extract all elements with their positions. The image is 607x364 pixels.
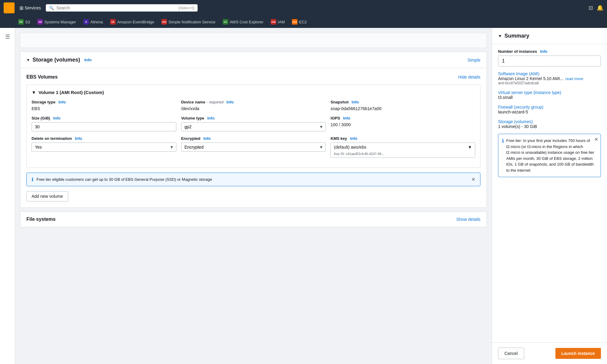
volume-type-select[interactable]: gp2 gp3 io1 io2 st1 sc1 (181, 122, 326, 131)
add-new-volume-button[interactable]: Add new volume (26, 191, 68, 201)
free-tier-info-icon: ℹ (502, 138, 504, 144)
num-instances-info-link[interactable]: Info (540, 49, 548, 54)
add-volume-label: Add new volume (32, 194, 63, 199)
free-tier-banner: ✕ ℹ Free tier: In your first year includ… (498, 134, 601, 177)
volume-type-info-link[interactable]: Info (207, 116, 215, 120)
ec2-tab-label: EC2 (299, 20, 307, 24)
num-instances-label: Number of instances Info (498, 49, 601, 54)
storage-title-text: Storage (volumes) (32, 57, 80, 63)
storage-info-link[interactable]: Info (84, 58, 92, 62)
storage-type-label: Storage type Info (32, 100, 176, 104)
num-instances-input[interactable] (498, 56, 601, 66)
storage-section-title: ▼ Storage (volumes) Info (26, 57, 92, 63)
hamburger-icon[interactable]: ☰ (3, 31, 12, 42)
ami-value: Amazon Linux 2 Kernel 5.10 AMI...read mo… (498, 76, 601, 81)
sidebar-item-iam[interactable]: IAM IAM (268, 18, 288, 26)
snapshot-info-link[interactable]: Info (352, 100, 359, 104)
volume-1-header: ▼ Volume 1 (AMI Root) (Custom) (32, 90, 475, 95)
search-icon: 🔍 (49, 5, 54, 10)
volume-form-row-3: Delete on termination Info Yes No ▼ (32, 136, 475, 158)
simple-link[interactable]: Simple (467, 58, 480, 62)
launch-instance-button[interactable]: Launch instance (555, 348, 601, 359)
sidebar-item-s3[interactable]: S3 S3 (15, 18, 33, 26)
free-tier-text: Free tier: In your first year includes 7… (506, 138, 597, 173)
nav-right: ⊟ 🔔 (588, 5, 603, 11)
free-tier-close-icon[interactable]: ✕ (594, 136, 598, 142)
volume-type-select-wrapper: gp2 gp3 io1 io2 st1 sc1 ▼ (181, 122, 326, 131)
encrypted-select[interactable]: Not encrypted Encrypted (181, 143, 326, 152)
storage-section-body: EBS Volumes Hide details ▼ Volume 1 (AMI… (20, 68, 487, 207)
delete-termination-group: Delete on termination Info Yes No ▼ (32, 136, 176, 158)
cancel-button[interactable]: Cancel (498, 348, 524, 359)
kms-dropdown-icon: ▼ (468, 145, 472, 150)
info-banner-close-icon[interactable]: ✕ (471, 177, 475, 182)
num-instances-field: Number of instances Info (498, 49, 601, 66)
device-name-value: /dev/xvda (181, 106, 326, 111)
volume-1-title: Volume 1 (AMI Root) (Custom) (39, 90, 104, 95)
sidebar: ☰ (0, 28, 15, 364)
encrypted-info-link[interactable]: Info (203, 136, 211, 141)
kms-select-top[interactable]: (default) aws/ebs ▼ (331, 143, 475, 151)
info-banner-text: Free tier eligible customers can get up … (36, 177, 468, 182)
firewall-field: Firewall (security group) launch-wizard-… (498, 105, 601, 114)
sidebar-item-ec2[interactable]: EC2 EC2 (289, 18, 310, 26)
sidebar-item-eventbridge[interactable]: EB Amazon EventBridge (107, 18, 157, 26)
show-details-link[interactable]: Show details (456, 217, 480, 222)
storage-type-value: EBS (32, 106, 176, 111)
delete-termination-select[interactable]: Yes No (32, 143, 176, 152)
sidebar-item-athena[interactable]: A Athena (80, 18, 106, 26)
ami-id: ami-0cc87e5027adcdca8 (498, 81, 601, 85)
file-systems-title: File systems (26, 217, 56, 222)
iops-info-link[interactable]: Info (343, 116, 350, 120)
bell-icon[interactable]: 🔔 (597, 5, 603, 11)
sidebar-item-systems-manager[interactable]: SM Systems Manager (34, 18, 79, 26)
iops-value: 100 / 3000 (331, 122, 475, 127)
sidebar-item-cost-explorer[interactable]: CE AWS Cost Explorer (220, 18, 267, 26)
sns-tab-label: Simple Notification Service (168, 20, 215, 24)
instance-type-label[interactable]: Virtual server type (instance type) (498, 90, 601, 95)
delete-termination-info-link[interactable]: Info (75, 136, 82, 141)
kms-key-label: KMS key Info (331, 136, 475, 141)
ami-label[interactable]: Software Image (AMI) (498, 71, 601, 76)
sidebar-item-sns[interactable]: SNS Simple Notification Service (158, 18, 219, 26)
content-area: ▼ Storage (volumes) Info Simple EBS Volu… (15, 28, 492, 364)
search-input[interactable] (56, 5, 176, 10)
size-label: Size (GiB) Info (32, 116, 176, 120)
encrypted-label: Encrypted Info (181, 136, 326, 141)
volume-type-group: Volume type Info gp2 gp3 io1 io2 st1 (181, 116, 326, 131)
bottom-actions: Cancel Launch instance (492, 342, 607, 364)
file-systems-section: File systems Show details (20, 211, 487, 227)
kms-select-wrapper[interactable]: (default) aws/ebs ▼ Key ID: c61aa353-fc4… (331, 143, 475, 158)
storage-type-group: Storage type Info EBS (32, 100, 176, 111)
storage-summary-label[interactable]: Storage (volumes) (498, 119, 601, 124)
iam-icon: IAM (271, 19, 276, 25)
collapse-triangle-icon[interactable]: ▼ (26, 58, 30, 62)
size-info-link[interactable]: Info (53, 116, 60, 120)
top-nav: aws ⊞ Services 🔍 [Option+S] ⊟ 🔔 (0, 0, 607, 16)
device-name-group: Device name - required Info /dev/xvda (181, 100, 326, 111)
services-menu[interactable]: ⊞ Services (17, 4, 43, 12)
size-input[interactable] (32, 122, 176, 131)
systems-manager-tab-label: Systems Manager (44, 20, 76, 24)
volume-1-section: ▼ Volume 1 (AMI Root) (Custom) Storage t… (26, 85, 480, 168)
iam-tab-label: IAM (278, 20, 285, 24)
cost-explorer-icon: CE (223, 19, 228, 25)
kms-key-info-link[interactable]: Info (350, 136, 358, 141)
encrypted-group: Encrypted Info Not encrypted Encrypted ▼ (181, 136, 326, 158)
device-name-required-text: required (209, 100, 224, 104)
free-tier-header: ℹ Free tier: In your first year includes… (502, 138, 597, 173)
hide-details-link[interactable]: Hide details (458, 75, 480, 79)
storage-type-info-link[interactable]: Info (59, 100, 66, 104)
ami-read-more-link[interactable]: read more (565, 76, 583, 81)
search-bar[interactable]: 🔍 [Option+S] (46, 4, 198, 12)
delete-termination-label: Delete on termination Info (32, 136, 176, 141)
terminal-icon[interactable]: ⊟ (588, 5, 593, 11)
device-name-info-link[interactable]: Info (226, 100, 234, 104)
s3-icon: S3 (18, 19, 24, 25)
firewall-label[interactable]: Firewall (security group) (498, 105, 601, 110)
volume-collapse-icon[interactable]: ▼ (32, 90, 36, 95)
service-tabs: S3 S3 SM Systems Manager A Athena EB Ama… (0, 16, 607, 28)
ebs-volumes-title: EBS Volumes (26, 74, 58, 80)
ec2-icon: EC2 (292, 19, 297, 25)
size-group: Size (GiB) Info (32, 116, 176, 131)
